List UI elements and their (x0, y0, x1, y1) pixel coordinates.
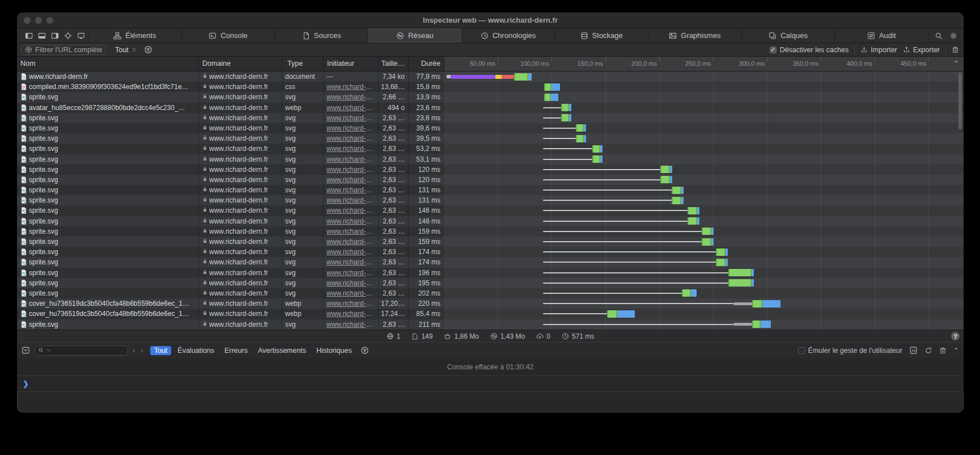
tab-calques[interactable]: Calques (742, 28, 835, 43)
initiator-link[interactable]: www.richard-d… (326, 83, 376, 91)
help-button[interactable]: ? (951, 332, 960, 340)
waterfall-bar[interactable] (444, 113, 964, 123)
waterfall-bar[interactable] (444, 103, 964, 113)
initiator-link[interactable]: www.richard-d… (326, 248, 376, 256)
column-header-nom[interactable]: Nom (20, 60, 35, 68)
waterfall-bar[interactable] (444, 278, 964, 288)
waterfall-bar[interactable] (444, 257, 964, 267)
column-divider[interactable] (408, 57, 409, 71)
initiator-link[interactable]: www.richard-d… (326, 166, 376, 174)
request-initiator[interactable]: www.richard-d… (326, 195, 376, 205)
console-dock-icon[interactable] (22, 346, 30, 355)
column-divider[interactable] (323, 57, 324, 71)
waterfall-bar[interactable] (444, 216, 964, 226)
request-initiator[interactable]: www.richard-d… (326, 268, 376, 278)
request-initiator[interactable]: www.richard-d… (326, 278, 376, 288)
table-row[interactable]: sprite.svgwww.richard-dern.frsvgwww.rich… (17, 185, 964, 195)
table-row[interactable]: sprite.svgwww.richard-dern.frsvgwww.rich… (17, 319, 964, 330)
previous-result-button[interactable]: ‹ (133, 346, 135, 355)
minimize-window-button[interactable] (35, 17, 42, 24)
clear-console-icon[interactable] (939, 347, 947, 354)
table-row[interactable]: sprite.svgwww.richard-dern.frsvgwww.rich… (17, 113, 964, 123)
waterfall-bar[interactable] (444, 144, 964, 154)
export-button[interactable]: Exporter (903, 46, 940, 54)
waterfall-bar[interactable] (444, 133, 964, 144)
table-row[interactable]: sprite.svgwww.richard-dern.frsvgwww.rich… (17, 288, 964, 298)
request-initiator[interactable]: www.richard-d… (326, 288, 376, 298)
clear-network-items-icon[interactable] (952, 46, 959, 53)
initiator-link[interactable]: www.richard-d… (326, 145, 376, 153)
element-picker-icon[interactable] (64, 32, 72, 40)
waterfall-bar[interactable] (444, 154, 964, 165)
tab-réseau[interactable]: Réseau (368, 28, 462, 43)
console-scope-erreurs[interactable]: Erreurs (220, 346, 252, 355)
vertical-scrollbar[interactable] (958, 73, 962, 129)
console-scope-historiques[interactable]: Historiques (312, 346, 356, 355)
console-search-field[interactable] (35, 346, 128, 356)
expand-console-icon[interactable]: ⌃ (953, 347, 959, 355)
table-row[interactable]: cover_hu736519dc3b5040cfa48b6b559b6de6ec… (17, 298, 964, 309)
table-row[interactable]: compiled.min.38390909f303624ed9e1cf1bd3f… (17, 82, 964, 92)
waterfall-bar[interactable] (444, 226, 964, 237)
table-row[interactable]: sprite.svgwww.richard-dern.frsvgwww.rich… (17, 154, 964, 165)
import-button[interactable]: Importer (860, 46, 897, 54)
waterfall-bar[interactable] (444, 175, 964, 185)
dock-right-icon[interactable] (51, 32, 59, 40)
script-icon[interactable]: JS (909, 346, 918, 355)
table-row[interactable]: sprite.svgwww.richard-dern.frsvgwww.rich… (17, 195, 964, 205)
waterfall-bar[interactable] (444, 165, 964, 175)
table-row[interactable]: sprite.svgwww.richard-dern.frsvgwww.rich… (17, 205, 964, 216)
waterfall-bar[interactable] (444, 123, 964, 133)
initiator-link[interactable]: www.richard-d… (326, 124, 376, 132)
table-row[interactable]: sprite.svgwww.richard-dern.frsvgwww.rich… (17, 278, 964, 288)
tab-sources[interactable]: Sources (275, 28, 368, 43)
initiator-link[interactable]: www.richard-d… (326, 228, 376, 235)
table-row[interactable]: sprite.svgwww.richard-dern.frsvgwww.rich… (17, 216, 964, 226)
request-initiator[interactable]: www.richard-d… (326, 205, 376, 216)
waterfall-bar[interactable] (444, 298, 964, 309)
dock-left-icon[interactable] (25, 32, 33, 40)
resource-type-select[interactable]: Tout (115, 46, 137, 54)
request-initiator[interactable]: www.richard-d… (326, 113, 376, 123)
initiator-link[interactable]: www.richard-d… (326, 207, 376, 214)
initiator-link[interactable]: www.richard-d… (326, 258, 376, 266)
request-initiator[interactable]: www.richard-d… (326, 309, 376, 319)
initiator-link[interactable]: www.richard-d… (326, 321, 376, 328)
request-initiator[interactable]: www.richard-d… (326, 216, 376, 226)
waterfall-bar[interactable] (444, 185, 964, 195)
table-row[interactable]: <>www.richard-dern.frwww.richard-dern.fr… (17, 71, 964, 82)
tab-console[interactable]: Console (182, 28, 275, 43)
console-scope-avertissements[interactable]: Avertissements (254, 346, 310, 355)
waterfall-bar[interactable] (444, 195, 964, 205)
column-divider[interactable] (282, 57, 282, 71)
table-row[interactable]: sprite.svgwww.richard-dern.frsvgwww.rich… (17, 165, 964, 175)
console-filter-icon[interactable] (360, 346, 369, 355)
column-header-taille[interactable]: Taille… (381, 60, 405, 68)
request-initiator[interactable]: www.richard-d… (326, 123, 376, 133)
request-initiator[interactable]: www.richard-d… (326, 165, 376, 175)
initiator-link[interactable]: www.richard-d… (326, 155, 376, 163)
tab-graphismes[interactable]: Graphismes (648, 28, 742, 43)
table-row[interactable]: sprite.svgwww.richard-dern.frsvgwww.rich… (17, 257, 964, 267)
initiator-link[interactable]: www.richard-d… (326, 93, 376, 101)
column-header-domaine[interactable]: Domaine (202, 60, 231, 68)
waterfall-bar[interactable] (444, 319, 964, 330)
table-row[interactable]: sprite.svgwww.richard-dern.frsvgwww.rich… (17, 92, 964, 102)
column-divider[interactable] (378, 57, 379, 71)
table-row[interactable]: sprite.svgwww.richard-dern.frsvgwww.rich… (17, 268, 964, 278)
initiator-link[interactable]: www.richard-d… (326, 269, 376, 277)
url-filter-input[interactable] (35, 46, 102, 54)
table-row[interactable]: sprite.svgwww.richard-dern.frsvgwww.rich… (17, 144, 964, 154)
initiator-link[interactable]: www.richard-d… (326, 114, 376, 122)
waterfall-bar[interactable] (444, 237, 964, 247)
request-initiator[interactable]: www.richard-d… (326, 319, 376, 330)
initiator-link[interactable]: www.richard-d… (326, 196, 376, 204)
request-initiator[interactable]: www.richard-d… (326, 103, 376, 113)
disable-caches-checkbox[interactable]: ✓ Désactiver les caches (770, 46, 849, 54)
table-row[interactable]: sprite.svgwww.richard-dern.frsvgwww.rich… (17, 175, 964, 185)
console-prompt-row[interactable]: ❯ (17, 376, 964, 392)
table-row[interactable]: sprite.svgwww.richard-dern.frsvgwww.rich… (17, 133, 964, 144)
request-initiator[interactable]: www.richard-d… (326, 144, 376, 154)
zoom-window-button[interactable] (46, 17, 53, 24)
emulate-user-gesture-checkbox[interactable]: Émuler le geste de l'utilisateur (798, 347, 902, 355)
